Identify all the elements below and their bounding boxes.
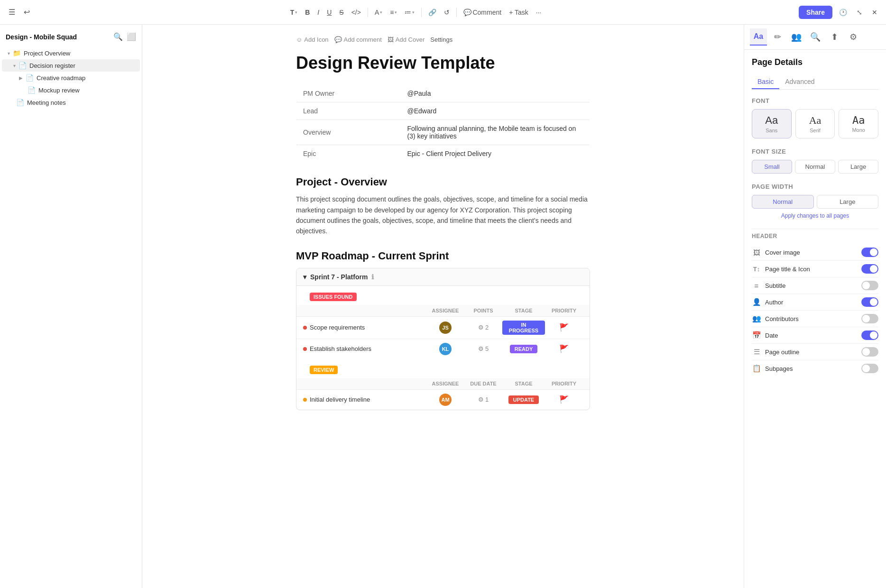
font-opt-mono[interactable]: Aa Mono xyxy=(839,109,878,138)
add-cover-button[interactable]: 🖼 Add Cover xyxy=(388,36,425,43)
stage-badge: READY xyxy=(510,345,538,353)
add-comment-button[interactable]: 💬 Add comment xyxy=(334,36,382,43)
close-button[interactable]: ✕ xyxy=(869,7,880,18)
cover-image-toggle[interactable] xyxy=(861,248,878,257)
table-value: @Paula xyxy=(401,85,590,102)
sprint-name: Sprint 7 - Platform xyxy=(310,273,368,281)
caret-icon: ▾ xyxy=(395,10,397,15)
subtitle-toggle[interactable] xyxy=(861,281,878,290)
underline-button[interactable]: U xyxy=(324,7,334,18)
link-button[interactable]: 🔗 xyxy=(425,7,439,18)
panel-tab-settings[interactable]: ⚙ xyxy=(845,28,862,46)
gear-icon: ⚙ xyxy=(478,324,484,331)
undo-button[interactable]: ↩ xyxy=(21,6,33,18)
sprint-task-row: Scope requirements JS ⚙ 2 IN PROGRESS 🚩 xyxy=(296,317,590,339)
size-opt-normal[interactable]: Normal xyxy=(795,160,835,174)
panel-tab-users[interactable]: 👥 xyxy=(788,28,805,46)
toggle-row-subpages: 📋 Subpages xyxy=(752,360,878,377)
text-format-button[interactable]: T ▾ xyxy=(287,7,301,18)
font-opt-sans[interactable]: Aa Sans xyxy=(752,109,792,138)
italic-button[interactable]: I xyxy=(314,7,322,18)
date-toggle[interactable] xyxy=(861,331,878,340)
more-button[interactable]: ··· xyxy=(533,7,545,18)
page-outline-toggle[interactable] xyxy=(861,347,878,357)
table-label: PM Owner xyxy=(296,85,401,102)
size-opt-large[interactable]: Large xyxy=(838,160,878,174)
table-row: Lead @Edward xyxy=(296,102,590,120)
sidebar-item-meeting-notes[interactable]: 📄 Meeting notes xyxy=(2,96,140,109)
menu-button[interactable]: ☰ xyxy=(6,6,18,18)
page-title-icon-toggle[interactable] xyxy=(861,264,878,274)
contributors-toggle[interactable] xyxy=(861,314,878,323)
toggle-text: Page outline xyxy=(765,349,799,356)
panel-tab-export[interactable]: ⬆ xyxy=(826,28,843,46)
share-button[interactable]: Share xyxy=(799,6,832,19)
align-button[interactable]: ≡ ▾ xyxy=(387,7,400,18)
undo-icon: ↩ xyxy=(24,8,30,17)
sidebar-item-project-overview[interactable]: ▾ 📁 Project Overview xyxy=(2,47,140,59)
author-toggle[interactable] xyxy=(861,297,878,307)
divider2 xyxy=(421,8,422,17)
stage-cell: READY xyxy=(502,345,545,353)
sidebar-item-creative-roadmap[interactable]: ▶ 📄 Creative roadmap xyxy=(2,72,140,84)
panel-tab-edit[interactable]: ✏ xyxy=(769,28,786,46)
task-label: Establish stakeholders xyxy=(310,345,371,352)
code-button[interactable]: </> xyxy=(349,7,364,18)
avatar: KL xyxy=(439,343,452,355)
size-opt-small[interactable]: Small xyxy=(752,160,792,174)
toggle-label: T↕ Page title & Icon xyxy=(752,266,810,273)
stage-badge: UPDATE xyxy=(508,395,539,404)
points-cell: ⚙ 2 xyxy=(464,324,502,331)
settings-link[interactable]: Settings xyxy=(430,36,452,43)
page-title: Design Review Template xyxy=(296,53,590,73)
width-opt-normal[interactable]: Normal xyxy=(752,195,814,209)
list-button[interactable]: ≔ ▾ xyxy=(402,7,417,18)
add-icon-button[interactable]: ☺ Add Icon xyxy=(296,36,329,43)
toggle-row-title-icon: T↕ Page title & Icon xyxy=(752,261,878,277)
search-icon[interactable]: 🔍 xyxy=(113,32,123,41)
strikethrough-button[interactable]: S xyxy=(336,7,346,18)
sidebar-item-decision-register[interactable]: ▾ 📄 Decision register xyxy=(2,59,140,72)
bold-button[interactable]: B xyxy=(302,7,313,18)
sidebar-item-label: Decision register xyxy=(29,62,75,69)
expand-button[interactable]: ⤡ xyxy=(854,7,865,18)
page-width-section-label: Page Width xyxy=(752,183,878,190)
toggle-label: ≡ Subtitle xyxy=(752,282,785,290)
comment-button[interactable]: 💬 Comment xyxy=(461,7,504,18)
font-opt-serif[interactable]: Aa Serif xyxy=(795,109,835,138)
sub-tab-basic[interactable]: Basic xyxy=(752,75,779,89)
apply-changes-link[interactable]: Apply changes to all pages xyxy=(752,212,878,219)
width-opt-large[interactable]: Large xyxy=(817,195,879,209)
table-label: Epic xyxy=(296,145,401,163)
subpages-toggle[interactable] xyxy=(861,364,878,373)
chevron-down-icon: ▾ xyxy=(13,63,16,68)
sub-tab-advanced[interactable]: Advanced xyxy=(779,75,820,89)
priority-cell: 🚩 xyxy=(545,395,583,404)
panel-tab-text[interactable]: Aa xyxy=(750,28,767,46)
table-row: Epic Epic - Client Project Delivery xyxy=(296,145,590,163)
outline-icon: ☰ xyxy=(752,348,761,356)
divider3 xyxy=(456,8,457,17)
table-value: Following annual planning, the Mobile te… xyxy=(401,120,590,145)
loop-button[interactable]: ↺ xyxy=(441,7,452,18)
toggle-slider xyxy=(861,331,878,340)
task-button[interactable]: + Task xyxy=(506,7,531,18)
sprint-block: ▾ Sprint 7 - Platform ℹ ISSUES FOUND ASS… xyxy=(296,268,590,410)
sidebar-item-mockup-review[interactable]: 📄 Mockup review xyxy=(2,84,140,96)
history-button[interactable]: 🕐 xyxy=(836,7,850,18)
panel-tabs-row: Aa ✏ 👥 🔍 ⬆ ⚙ xyxy=(744,25,886,50)
toggle-slider xyxy=(861,364,878,373)
sidebar-header: Design - Mobile Squad 🔍 ⬜ xyxy=(0,28,142,45)
avatar: JS xyxy=(439,322,452,334)
toolbar: ☰ ↩ T ▾ B I U S </> A ▾ ≡ ▾ ≔ ▾ 🔗 ↺ 💬 Co… xyxy=(0,0,886,25)
collapse-icon[interactable]: ▾ xyxy=(303,273,306,281)
sidebar-collapse-icon[interactable]: ⬜ xyxy=(127,32,136,41)
width-options: Normal Large xyxy=(752,195,878,209)
panel-tab-search[interactable]: 🔍 xyxy=(807,28,824,46)
chevron-down-icon: ▾ xyxy=(8,51,10,56)
toggle-row-contributors: 👥 Contributors xyxy=(752,311,878,327)
font-color-button[interactable]: A ▾ xyxy=(372,7,385,18)
users-icon: 👥 xyxy=(752,314,761,323)
header-section-title: HEADER xyxy=(752,233,878,239)
toggle-text: Contributors xyxy=(765,315,799,322)
